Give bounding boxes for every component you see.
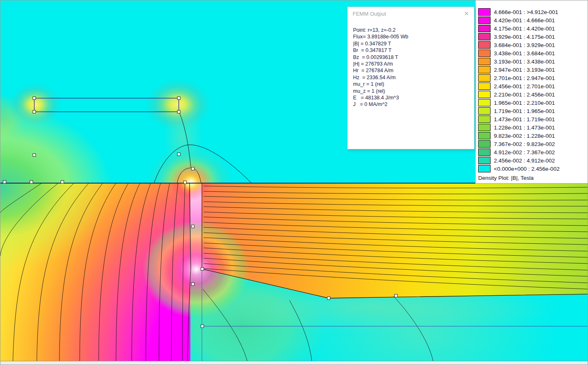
legend-swatch: [478, 8, 491, 16]
legend-range-label: 3.684e-001 : 3.929e-001: [494, 42, 555, 48]
legend-row: 4.666e-001 : >4.912e-001: [478, 8, 588, 16]
legend-range-label: 1.965e-001 : 2.210e-001: [494, 100, 555, 106]
hr-value-text: Hr = 276784 A/m: [353, 67, 474, 74]
legend-range-label: 2.456e-001 : 2.701e-001: [494, 83, 555, 89]
legend-row: 2.456e-001 : 2.701e-001: [478, 82, 588, 90]
legend-row: 2.210e-001 : 2.456e-001: [478, 90, 588, 99]
legend-range-label: 3.438e-001 : 3.684e-001: [494, 50, 555, 57]
legend-swatch: [478, 99, 491, 106]
legend-row: 4.420e-001 : 4.666e-001: [478, 16, 588, 24]
legend-swatch: [478, 91, 491, 98]
legend-swatch: [478, 148, 491, 156]
legend-swatch: [478, 41, 491, 49]
legend-row: 2.456e-002 : 4.912e-002: [478, 156, 588, 165]
legend-range-label: 9.823e-002 : 1.228e-001: [494, 133, 555, 139]
legend-row: 3.193e-001 : 3.438e-001: [478, 57, 588, 66]
br-value-text: Br = 0.347817 T: [353, 47, 474, 54]
legend-range-label: <0.000e+000 : 2.456e-002: [494, 166, 560, 172]
legend-swatch: [478, 16, 491, 24]
legend-row: 7.367e-002 : 9.823e-002: [478, 140, 588, 148]
legend-row: 4.912e-002 : 7.367e-002: [478, 148, 588, 156]
legend-range-label: 3.193e-001 : 3.438e-001: [494, 59, 555, 65]
bz-value-text: Bz = 0.00293618 T: [353, 54, 474, 61]
femm-output-window: FEMM Output ✕ Point: r=13, z=-0.2 Flux= …: [347, 7, 474, 149]
right-field-bar: [202, 183, 588, 299]
hz-value-text: Hz = 2336.54 A/m: [353, 74, 474, 81]
legend-row: 4.175e-001 : 4.420e-001: [478, 24, 588, 33]
legend-swatch: [478, 107, 491, 115]
legend-range-label: 1.719e-001 : 1.965e-001: [494, 108, 555, 114]
mu-r-value-text: mu_r = 1 (rel): [353, 81, 474, 87]
flux-value-text: Flux= 3.89188e-005 Wb: [353, 33, 474, 40]
legend-range-label: 2.456e-002 : 4.912e-002: [494, 158, 555, 164]
legend-range-label: 3.929e-001 : 4.175e-001: [494, 34, 555, 40]
legend-range-label: 1.228e-001 : 1.473e-001: [494, 125, 555, 131]
legend-row: 2.701e-001 : 2.947e-001: [478, 74, 588, 82]
legend-row: <0.000e+000 : 2.456e-002: [478, 165, 588, 173]
legend-swatch: [478, 115, 491, 123]
legend-row: 1.719e-001 : 1.965e-001: [478, 107, 588, 115]
legend-range-label: 1.473e-001 : 1.719e-001: [494, 116, 555, 122]
energy-density-text: E = 48138.4 J/m^3: [353, 94, 474, 101]
femm-application-window: FEMM Output ✕ Point: r=13, z=-0.2 Flux= …: [0, 0, 588, 365]
legend-row: 1.965e-001 : 2.210e-001: [478, 99, 588, 107]
legend-swatch: [478, 49, 491, 57]
h-magnitude-text: |H| = 276793 A/m: [353, 61, 474, 67]
b-magnitude-text: |B| = 0.347829 T: [353, 40, 474, 47]
legend-caption: Density Plot: |B|, Tesla: [478, 175, 588, 181]
femm-output-body: Point: r=13, z=-0.2 Flux= 3.89188e-005 W…: [348, 21, 474, 108]
legend-row: 1.473e-001 : 1.719e-001: [478, 115, 588, 123]
legend-swatch: [478, 25, 491, 32]
legend-swatch: [478, 124, 491, 131]
legend-swatch: [478, 165, 491, 172]
legend-row: 3.929e-001 : 4.175e-001: [478, 33, 588, 41]
femm-output-titlebar[interactable]: FEMM Output ✕: [348, 7, 474, 21]
legend-row: 3.438e-001 : 3.684e-001: [478, 49, 588, 57]
legend-swatch: [478, 140, 491, 148]
legend-range-label: 4.420e-001 : 4.666e-001: [494, 17, 555, 24]
legend-row: 1.228e-001 : 1.473e-001: [478, 123, 588, 132]
legend-swatch: [478, 132, 491, 139]
legend-range-label: 4.666e-001 : >4.912e-001: [494, 9, 558, 15]
legend-swatch: [478, 157, 491, 164]
bottom-status-strip: [0, 361, 588, 365]
legend-range-label: 2.701e-001 : 2.947e-001: [494, 75, 555, 81]
femm-output-title: FEMM Output: [353, 11, 386, 17]
legend-swatch: [478, 33, 491, 40]
point-coordinates-text: Point: r=13, z=-0.2: [353, 27, 474, 33]
legend-range-label: 4.912e-002 : 7.367e-002: [494, 149, 555, 155]
legend-range-label: 2.947e-001 : 3.193e-001: [494, 67, 555, 73]
current-density-text: J = 0 MA/m^2: [353, 101, 474, 108]
close-icon[interactable]: ✕: [464, 10, 469, 17]
legend-swatch: [478, 74, 491, 82]
legend-row: 2.947e-001 : 3.193e-001: [478, 66, 588, 74]
legend-row: 3.684e-001 : 3.929e-001: [478, 41, 588, 49]
legend-range-label: 2.210e-001 : 2.456e-001: [494, 92, 555, 98]
legend-range-label: 7.367e-002 : 9.823e-002: [494, 141, 555, 147]
legend-swatch: [478, 58, 491, 65]
legend-row: 9.823e-002 : 1.228e-001: [478, 132, 588, 140]
legend-range-label: 4.175e-001 : 4.420e-001: [494, 26, 555, 32]
legend-swatch: [478, 66, 491, 73]
density-plot-legend: 4.666e-001 : >4.912e-001 4.420e-001 : 4.…: [475, 0, 588, 184]
mu-z-value-text: mu_z = 1 (rel): [353, 88, 474, 94]
legend-swatch: [478, 82, 491, 90]
